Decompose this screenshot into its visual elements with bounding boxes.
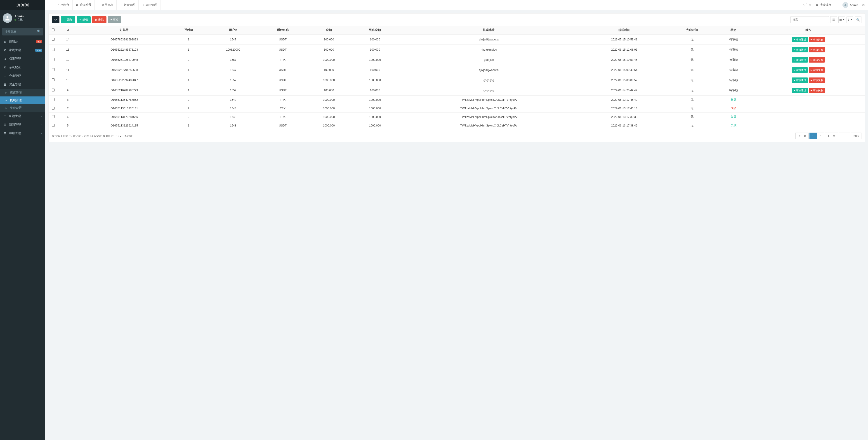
approve-button[interactable]: ▶审核通过 (792, 67, 808, 73)
row-checkbox[interactable] (52, 48, 55, 51)
sidebar-item-系统配置[interactable]: ⚙系统配置 (0, 63, 45, 72)
approve-button[interactable]: ▶审核通过 (792, 47, 808, 53)
col-header[interactable]: Id (58, 26, 78, 35)
menu-toggle[interactable]: ☰ (45, 0, 54, 10)
header-user[interactable]: Admin (842, 2, 858, 8)
cell-addr: gsgsgsg (398, 86, 580, 96)
refresh-button[interactable]: ⟳ (52, 16, 59, 23)
cell-user-id: 1548 (207, 121, 260, 130)
approve-button[interactable]: ▶审核通过 (792, 77, 808, 83)
play-icon: ▶ (794, 38, 795, 41)
sidebar-item-常规管理[interactable]: ⚙常规管理new (0, 46, 45, 55)
cell-coin-id: 2 (170, 113, 207, 121)
col-header[interactable]: 提现地址 (398, 26, 580, 35)
col-header[interactable]: 状态 (715, 26, 752, 35)
sidebar-search-input[interactable] (2, 28, 43, 35)
col-header[interactable]: 到账金额 (352, 26, 398, 35)
tab-充值管理[interactable]: 充值管理 (117, 0, 138, 10)
sidebar-item-权限管理[interactable]: ⚷权限管理 (0, 55, 45, 63)
reject-button[interactable]: ▶审核失败 (809, 88, 825, 93)
header-clear-cache[interactable]: 🗑清除缓存 (815, 3, 831, 7)
reject-button[interactable]: ▶审核失败 (809, 37, 825, 42)
row-checkbox[interactable] (52, 38, 55, 41)
reject-button[interactable]: ▶审核失败 (809, 67, 825, 73)
search-icon[interactable]: 🔍 (37, 30, 41, 33)
search-button[interactable]: 🔍 (855, 16, 862, 23)
select-all-checkbox[interactable] (52, 29, 55, 31)
row-checkbox[interactable] (52, 78, 55, 81)
col-header[interactable]: 订单号 (78, 26, 170, 35)
reject-button[interactable]: ▶审核失败 (809, 47, 825, 53)
row-checkbox[interactable] (52, 124, 55, 127)
more-button[interactable]: ▾更多 (108, 16, 121, 23)
toggle-view-button[interactable]: ☰ (830, 16, 837, 23)
pager-prev[interactable]: 上一页 (796, 133, 809, 139)
delete-button[interactable]: 🗑删除 (92, 16, 106, 23)
tab-控制台[interactable]: ⌂控制台 (54, 0, 72, 10)
col-header[interactable]: 用户id (207, 26, 260, 35)
per-page-select[interactable]: 10 (115, 133, 123, 139)
cell-order: O1655113173284555 (78, 113, 170, 121)
sidebar-item-新闻管理[interactable]: ☰新闻管理 (0, 121, 45, 129)
col-header[interactable]: 完成时间 (669, 26, 715, 35)
sidebar-subitem-充值管理[interactable]: ○充值管理 (0, 89, 45, 96)
approve-button[interactable]: ▶审核通过 (792, 37, 808, 42)
sidebar-item-客服管理[interactable]: ☰客服管理 (0, 129, 45, 138)
col-header[interactable]: 币种名称 (260, 26, 306, 35)
sidebar-subitem-资金设置[interactable]: ○资金设置 (0, 104, 45, 112)
cell-coin-id: 2 (170, 104, 207, 113)
tab-提现管理[interactable]: 提现管理 (138, 0, 160, 10)
tab-会员列表[interactable]: 会员列表 (95, 0, 117, 10)
header-settings[interactable]: ⚙ (862, 3, 865, 7)
sidebar-subitem-提现管理[interactable]: ○提现管理 (0, 96, 45, 104)
header-fullscreen[interactable]: ⛶ (835, 3, 838, 7)
cell-coin-id: 2 (170, 55, 207, 65)
export-button[interactable]: ⤓ (846, 16, 853, 23)
col-header[interactable]: 金额 (306, 26, 352, 35)
submenu-label: 充值管理 (10, 91, 22, 95)
pager-jump-input[interactable] (839, 133, 850, 139)
edit-button[interactable]: ✎编辑 (76, 16, 91, 23)
col-header[interactable]: 提现时间 (580, 26, 669, 35)
cell-addr: TWTzeMsHVpqHhmSpxxcCrJkCzH7VhtyoPv (398, 104, 580, 113)
sidebar-item-会员管理[interactable]: ☰会员管理 (0, 72, 45, 80)
sidebar-item-控制台[interactable]: ⊞控制台hot (0, 37, 45, 46)
sidebar-item-矿池管理[interactable]: ☰矿池管理 (0, 112, 45, 121)
pager-jump[interactable]: 跳转 (851, 133, 862, 139)
sidebar-item-资金管理[interactable]: ☰资金管理 (0, 80, 45, 89)
header-home[interactable]: ⌂主页 (803, 3, 811, 7)
row-checkbox[interactable] (52, 58, 55, 61)
approve-button[interactable]: ▶审核通过 (792, 57, 808, 63)
pager-page-1[interactable]: 1 (809, 133, 817, 139)
user-panel: Admin 在线 (0, 10, 45, 26)
menu-label: 权限管理 (9, 57, 21, 61)
pager-page-2[interactable]: 2 (817, 133, 824, 139)
tab-系统配置[interactable]: ⚙系统配置 (72, 0, 95, 10)
cell-done: 无 (669, 45, 715, 55)
columns-button[interactable]: ▦ (838, 16, 845, 23)
row-checkbox[interactable] (52, 115, 55, 118)
cell-id: 13 (58, 45, 78, 55)
main-card: ⟳ ＋添加 ✎编辑 🗑删除 ▾更多 ☰ ▦ ⤓ 🔍 Id订单号币种id用户id币… (49, 13, 865, 142)
cell-received: 1000.000 (352, 96, 398, 104)
add-button[interactable]: ＋添加 (61, 16, 75, 23)
cell-done: 无 (669, 113, 715, 121)
cell-coin-id: 1 (170, 35, 207, 45)
trash-icon: 🗑 (95, 18, 97, 21)
row-checkbox[interactable] (52, 68, 55, 71)
pager-next[interactable]: 下一页 (825, 133, 838, 139)
approve-button[interactable]: ▶审核通过 (792, 88, 808, 93)
table-search-input[interactable] (790, 16, 829, 23)
menu-badge: hot (36, 40, 42, 43)
row-checkbox[interactable] (52, 89, 55, 92)
col-header[interactable]: 操作 (752, 26, 865, 35)
row-checkbox[interactable] (52, 98, 55, 101)
cell-actions (752, 113, 865, 121)
row-checkbox[interactable] (52, 107, 55, 109)
reject-button[interactable]: ▶审核失败 (809, 57, 825, 63)
col-header[interactable] (49, 26, 58, 35)
reject-button[interactable]: ▶审核失败 (809, 77, 825, 83)
menu-icon: ☰ (3, 132, 7, 135)
cell-order: O1655113542767862 (78, 96, 170, 104)
col-header[interactable]: 币种id (170, 26, 207, 35)
